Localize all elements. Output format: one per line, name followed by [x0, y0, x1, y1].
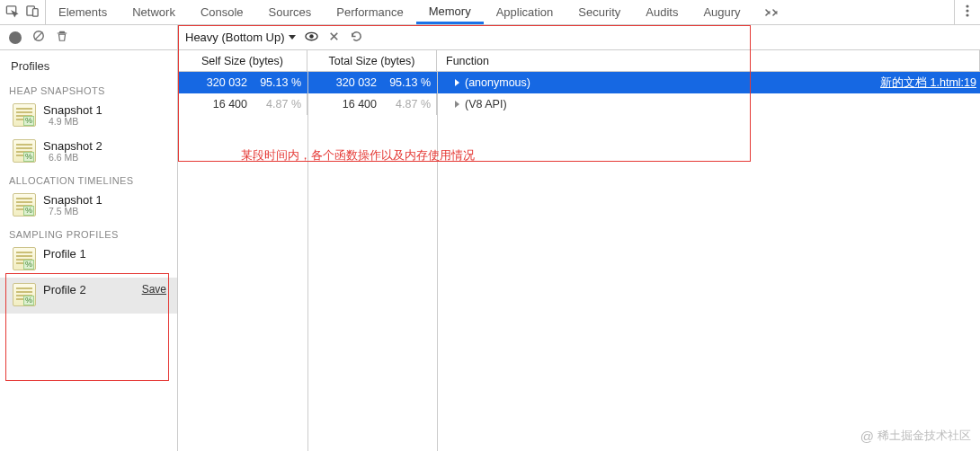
- expand-icon[interactable]: [455, 101, 459, 108]
- tab-application[interactable]: Application: [484, 0, 566, 24]
- svg-rect-2: [33, 8, 39, 15]
- group-sampling-profiles: SAMPLING PROFILES: [0, 224, 177, 242]
- inspect-controls: [0, 0, 46, 24]
- sidebar-item-snapshot-1[interactable]: Snapshot 1 4.9 MB: [0, 98, 177, 134]
- svg-point-3: [966, 4, 968, 7]
- record-icon[interactable]: [9, 31, 22, 44]
- view-toolbar: Heavy (Bottom Up): [178, 25, 980, 49]
- annotation-text: 某段时间内，各个函数操作以及内存使用情况: [241, 147, 475, 164]
- at-symbol-icon: @: [860, 429, 874, 444]
- memory-toolbar: Heavy (Bottom Up): [0, 25, 980, 50]
- cell-function: (V8 API): [437, 93, 980, 115]
- tab-sources[interactable]: Sources: [256, 0, 325, 24]
- group-heap-snapshots: HEAP SNAPSHOTS: [0, 80, 177, 98]
- sidebar-item-snapshot-2[interactable]: Snapshot 2 6.6 MB: [0, 134, 177, 170]
- tab-audits[interactable]: Audits: [633, 0, 690, 24]
- snapshot-icon: [13, 247, 36, 270]
- table-header: Self Size (bytes) Total Size (bytes) Fun…: [178, 50, 980, 72]
- refresh-icon[interactable]: [350, 30, 363, 46]
- tab-console[interactable]: Console: [188, 0, 256, 24]
- tab-performance[interactable]: Performance: [324, 0, 415, 24]
- view-mode-select[interactable]: Heavy (Bottom Up): [185, 31, 296, 44]
- total-size-value: 320 032: [330, 76, 377, 89]
- tab-augury[interactable]: Augury: [690, 0, 753, 24]
- top-right-controls: [954, 0, 980, 24]
- device-toolbar-icon[interactable]: [26, 4, 40, 21]
- delete-icon[interactable]: [56, 30, 68, 45]
- close-icon[interactable]: [327, 30, 341, 46]
- sidebar-item-profile-1[interactable]: Profile 1: [0, 242, 177, 278]
- col-function[interactable]: Function: [437, 50, 980, 71]
- snapshot-icon: [13, 193, 36, 217]
- self-size-value: 16 400: [200, 98, 247, 111]
- tab-security[interactable]: Security: [566, 0, 633, 24]
- tab-memory[interactable]: Memory: [416, 0, 484, 24]
- column-divider[interactable]: [307, 72, 308, 451]
- sidebar-item-label: Profile 2: [43, 283, 86, 296]
- function-name: (anonymous): [465, 76, 530, 89]
- self-size-pct: 4.87 %: [254, 98, 301, 111]
- self-size-pct: 95.13 %: [254, 76, 301, 89]
- svg-point-9: [309, 34, 314, 39]
- sidebar-item-label: Snapshot 1: [43, 103, 102, 117]
- tabs-overflow-icon[interactable]: [753, 0, 789, 24]
- panel-tabs: Elements Network Console Sources Perform…: [46, 0, 954, 24]
- source-link[interactable]: 新的文档 1.html:19: [880, 75, 976, 91]
- table-row[interactable]: 320 032 95.13 % 320 032 95.13 % (anonymo…: [178, 72, 980, 93]
- watermark: @ 稀土掘金技术社区: [860, 428, 971, 444]
- svg-line-7: [35, 32, 43, 40]
- chevron-down-icon: [289, 35, 296, 40]
- column-divider[interactable]: [437, 72, 438, 451]
- total-size-value: 16 400: [330, 98, 377, 111]
- sidebar-item-sub: 7.5 MB: [49, 206, 78, 217]
- watermark-text: 稀土掘金技术社区: [878, 428, 971, 444]
- more-options-icon[interactable]: [966, 4, 969, 20]
- cell-function: (anonymous) 新的文档 1.html:19: [437, 72, 980, 93]
- tab-network[interactable]: Network: [120, 0, 188, 24]
- sidebar-item-sub: 6.6 MB: [49, 152, 78, 163]
- group-allocation-timelines: ALLOCATION TIMELINES: [0, 170, 177, 188]
- sidebar-item-timeline-1[interactable]: Snapshot 1 7.5 MB: [0, 188, 177, 224]
- sidebar-item-label: Profile 1: [43, 247, 86, 261]
- focus-icon[interactable]: [305, 30, 318, 46]
- snapshot-icon: [13, 103, 36, 127]
- table-row[interactable]: 16 400 4.87 % 16 400 4.87 % (V8 API): [178, 93, 980, 115]
- total-size-pct: 95.13 %: [384, 76, 431, 89]
- profile-record-controls: [0, 25, 178, 49]
- sidebar-item-profile-2[interactable]: Profile 2 Save: [0, 278, 177, 314]
- cell-total: 16 400 4.87 %: [307, 93, 437, 115]
- col-self-size[interactable]: Self Size (bytes): [178, 50, 307, 71]
- save-link[interactable]: Save: [142, 283, 166, 296]
- profile-table: Self Size (bytes) Total Size (bytes) Fun…: [178, 50, 980, 451]
- expand-icon[interactable]: [455, 79, 459, 86]
- total-size-pct: 4.87 %: [384, 98, 431, 111]
- cell-total: 320 032 95.13 %: [307, 72, 437, 93]
- sidebar-item-label: Snapshot 2: [43, 139, 102, 153]
- main-split: Profiles HEAP SNAPSHOTS Snapshot 1 4.9 M…: [0, 50, 980, 451]
- snapshot-icon: [13, 139, 36, 163]
- cell-self: 16 400 4.87 %: [178, 93, 307, 115]
- sidebar-title: Profiles: [0, 50, 177, 80]
- profiles-sidebar: Profiles HEAP SNAPSHOTS Snapshot 1 4.9 M…: [0, 50, 178, 451]
- svg-point-4: [966, 9, 968, 12]
- self-size-value: 320 032: [200, 76, 247, 89]
- col-total-size[interactable]: Total Size (bytes): [307, 50, 437, 71]
- cell-self: 320 032 95.13 %: [178, 72, 307, 93]
- devtools-tabbar: Elements Network Console Sources Perform…: [0, 0, 980, 25]
- sidebar-item-label: Snapshot 1: [43, 193, 102, 207]
- svg-point-5: [966, 13, 968, 16]
- snapshot-icon: [13, 283, 36, 306]
- tab-elements[interactable]: Elements: [46, 0, 120, 24]
- function-name: (V8 API): [465, 98, 507, 111]
- clear-icon[interactable]: [32, 30, 45, 45]
- sidebar-item-sub: 4.9 MB: [49, 116, 78, 127]
- view-mode-label: Heavy (Bottom Up): [185, 31, 285, 44]
- inspect-element-icon[interactable]: [5, 4, 19, 21]
